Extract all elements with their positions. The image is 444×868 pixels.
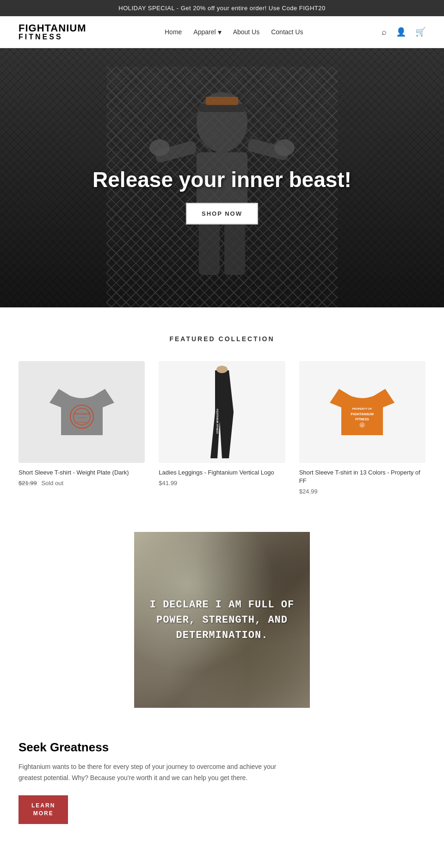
product-1-price: $21.99 Sold out <box>18 480 145 487</box>
product-image-3: PROPERTY OF FIGHTANIUM FITNESS FF <box>299 361 426 463</box>
product-3-price-value: $24.99 <box>299 488 318 495</box>
products-grid: FIGHTANIUM FITNESS DETERMINATION Short S… <box>18 361 426 495</box>
motivation-line1: I DECLARE I AM FULL OF <box>150 599 294 611</box>
motivation-section: I DECLARE I AM FULL OF POWER, STRENGTH, … <box>0 513 444 726</box>
svg-text:FIGHTANIUM FITNESS: FIGHTANIUM FITNESS <box>216 409 219 434</box>
svg-text:FF: FF <box>361 425 364 427</box>
product-card-3[interactable]: PROPERTY OF FIGHTANIUM FITNESS FF Short … <box>299 361 426 495</box>
product-image-1: FIGHTANIUM FITNESS DETERMINATION <box>18 361 145 463</box>
nav-contact-us[interactable]: Contact Us <box>271 28 303 36</box>
svg-point-20 <box>216 366 228 373</box>
nav-home[interactable]: Home <box>165 28 182 36</box>
seek-title: Seek Greatness <box>18 740 426 755</box>
motivation-image: I DECLARE I AM FULL OF POWER, STRENGTH, … <box>134 532 310 708</box>
product-1-original-price: $21.99 <box>18 480 37 487</box>
product-1-title: Short Sleeve T-shirt - Weight Plate (Dar… <box>18 468 145 477</box>
hero-section: Release your inner beast! SHOP NOW <box>0 48 444 307</box>
svg-text:PROPERTY OF: PROPERTY OF <box>352 407 372 410</box>
site-logo[interactable]: FIGHTANIUM FITNESS <box>18 23 86 41</box>
featured-section: FEATURED COLLECTION FIGHTANIUM FITNESS D… <box>0 307 444 513</box>
product-card-1[interactable]: FIGHTANIUM FITNESS DETERMINATION Short S… <box>18 361 145 495</box>
motivation-line2: POWER, STRENGTH, AND <box>156 614 288 626</box>
svg-point-10 <box>149 139 170 156</box>
announcement-bar: HOLIDAY SPECIAL - Get 20% off your entir… <box>0 0 444 16</box>
cart-icon[interactable]: 🛒 <box>415 27 426 37</box>
nav-apparel[interactable]: Apparel <box>193 28 216 36</box>
logo-top: FIGHTANIUM <box>18 23 86 33</box>
svg-text:FIGHTANIUM: FIGHTANIUM <box>351 412 374 416</box>
product-3-price: $24.99 <box>299 488 426 495</box>
svg-text:FITNESS: FITNESS <box>78 417 86 419</box>
site-header: FIGHTANIUM FITNESS Home Apparel ▾ About … <box>0 16 444 48</box>
learn-more-label: LEARNMORE <box>31 802 55 817</box>
svg-rect-6 <box>206 97 238 105</box>
svg-point-11 <box>274 139 295 156</box>
featured-title: FEATURED COLLECTION <box>18 335 426 343</box>
motivation-line3: DETERMINATION. <box>176 630 268 641</box>
svg-text:FITNESS: FITNESS <box>356 418 370 421</box>
motivation-text: I DECLARE I AM FULL OF POWER, STRENGTH, … <box>141 588 303 652</box>
product-2-title: Ladies Leggings - Fightanium Vertical Lo… <box>159 468 285 477</box>
nav-apparel-wrapper[interactable]: Apparel ▾ <box>193 28 221 37</box>
hero-content: Release your inner beast! SHOP NOW <box>92 168 352 225</box>
seek-section: Seek Greatness Fightanium wants to be th… <box>0 726 444 851</box>
product-2-price: $41.99 <box>159 480 285 487</box>
header-icons: ⌕ 👤 🛒 <box>382 27 426 37</box>
svg-text:FIGHTANIUM: FIGHTANIUM <box>73 412 90 415</box>
nav-about-us[interactable]: About Us <box>233 28 260 36</box>
product-card-2[interactable]: FIGHTANIUM FITNESS Ladies Leggings - Fig… <box>159 361 285 495</box>
svg-text:DETERMINATION: DETERMINATION <box>74 421 89 424</box>
shop-now-button[interactable]: SHOP NOW <box>186 203 258 225</box>
product-image-2: FIGHTANIUM FITNESS <box>159 361 285 463</box>
hero-title: Release your inner beast! <box>92 168 352 192</box>
logo-bottom: FITNESS <box>18 33 86 41</box>
tshirt-gray-svg: FIGHTANIUM FITNESS DETERMINATION <box>45 375 119 449</box>
announcement-text: HOLIDAY SPECIAL - Get 20% off your entir… <box>118 5 325 12</box>
main-nav: Home Apparel ▾ About Us Contact Us <box>165 28 303 37</box>
leggings-svg: FIGHTANIUM FITNESS <box>199 366 245 458</box>
learn-more-button[interactable]: LEARNMORE <box>18 795 68 824</box>
seek-description: Fightanium wants to be there for every s… <box>18 762 296 784</box>
chevron-down-icon: ▾ <box>218 28 222 37</box>
product-1-sold-out: Sold out <box>41 480 63 487</box>
orange-tshirt-svg: PROPERTY OF FIGHTANIUM FITNESS FF <box>325 375 399 449</box>
search-icon[interactable]: ⌕ <box>382 27 387 37</box>
product-2-price-value: $41.99 <box>159 480 177 487</box>
account-icon[interactable]: 👤 <box>396 27 406 37</box>
product-3-title: Short Sleeve T-shirt in 13 Colors - Prop… <box>299 468 426 485</box>
